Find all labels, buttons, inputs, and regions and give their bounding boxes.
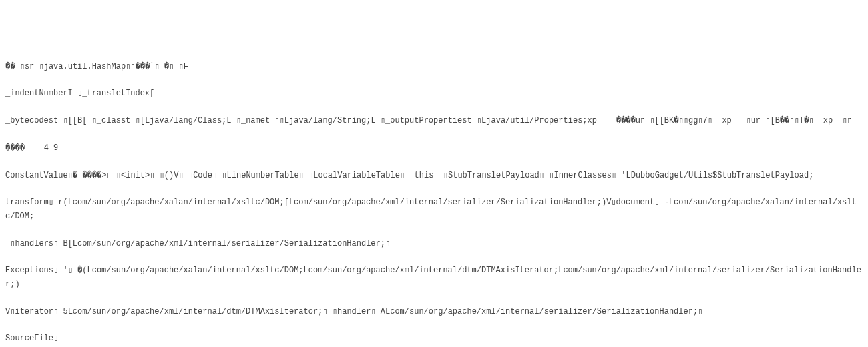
code-line: _bytecodest ▯[[B[ ▯_classt ▯[Ljava/lang/… [5,114,863,127]
code-line: _indentNumberI ▯_transletIndex[ [5,87,863,100]
code-line: SourceFile▯ [5,332,863,345]
code-line: �� ▯sr ▯java.util.HashMap▯▯���`▯ �▯ ▯F [5,60,863,73]
code-line: transform▯ r(Lcom/sun/org/apache/xalan/i… [5,196,863,223]
code-line: Exceptions▯ '▯ �(Lcom/sun/org/apache/xal… [5,264,863,291]
code-line: V▯iterator▯ 5Lcom/sun/org/apache/xml/int… [5,305,863,318]
code-line: ���� 4 9 [5,141,863,155]
code-line: ▯handlers▯ B[Lcom/sun/org/apache/xml/int… [5,237,863,250]
code-line: ConstantValue▯� ����>▯ ▯<init>▯ ▯()V▯ ▯C… [5,169,863,182]
